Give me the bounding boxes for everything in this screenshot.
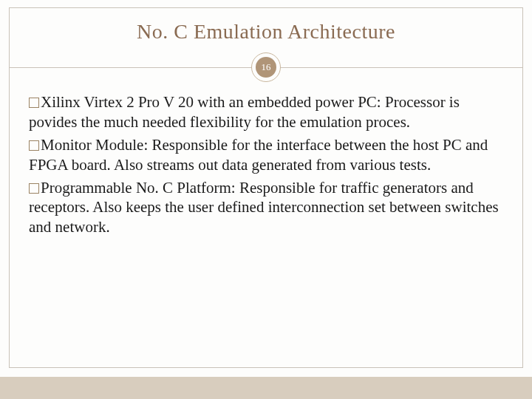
bullet-item: Monitor Module: Responsible for the inte…	[29, 135, 503, 175]
title-divider: 16	[10, 52, 522, 82]
page-number: 16	[256, 57, 276, 78]
bottom-accent-bar	[0, 377, 532, 399]
content-area: Xilinx Virtex 2 Pro V 20 with an embedde…	[10, 82, 522, 237]
square-bullet-icon	[29, 140, 39, 151]
bullet-item: Programmable No. C Platform: Responsible…	[29, 178, 503, 238]
bullet-lead: Xilinx Virtex 2 Pro V 20 with an embedde…	[41, 93, 381, 111]
square-bullet-icon	[29, 183, 39, 194]
square-bullet-icon	[29, 98, 39, 108]
bullet-item: Xilinx Virtex 2 Pro V 20 with an embedde…	[29, 92, 503, 132]
page-badge: 16	[251, 52, 281, 82]
slide-title: No. C Emulation Architecture	[10, 8, 522, 50]
slide-frame: No. C Emulation Architecture 16 Xilinx V…	[9, 7, 523, 368]
slide: No. C Emulation Architecture 16 Xilinx V…	[0, 0, 532, 399]
bullet-lead: Monitor Module:	[41, 136, 148, 154]
bullet-lead: Programmable No. C Platform:	[41, 179, 236, 197]
